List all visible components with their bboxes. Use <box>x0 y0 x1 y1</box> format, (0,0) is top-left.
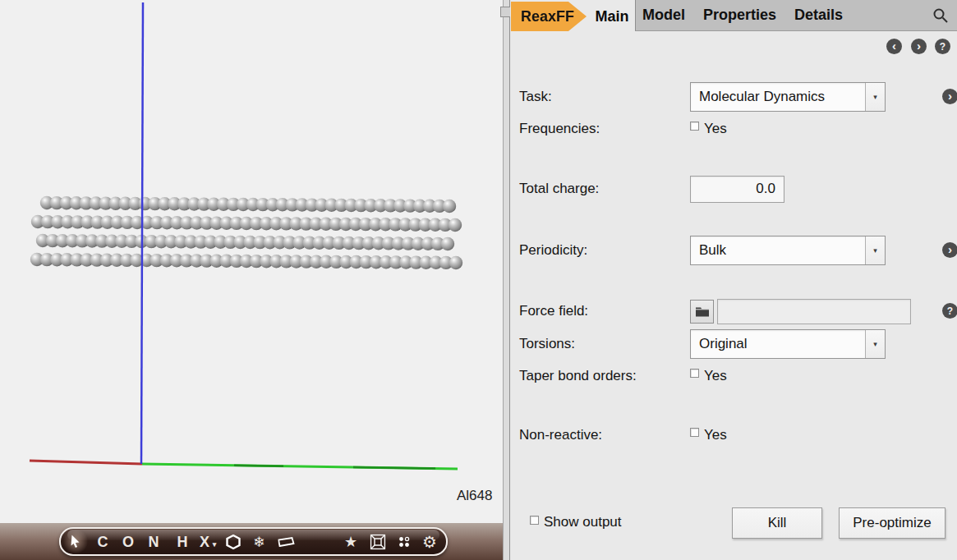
frequencies-label: Frequencies: <box>519 121 600 137</box>
element-button-o[interactable]: O <box>122 535 134 549</box>
periodicity-label: Periodicity: <box>519 242 587 259</box>
torsions-label: Torsions: <box>519 336 575 352</box>
element-button-c[interactable]: C <box>98 535 108 549</box>
tab-properties[interactable]: Properties <box>703 7 776 24</box>
periodicity-value: Bulk <box>691 242 865 259</box>
ring-hexagon-icon[interactable] <box>226 534 241 549</box>
non-reactive-option: Yes <box>704 427 727 443</box>
folder-icon <box>695 305 710 317</box>
element-button-n[interactable]: N <box>149 535 159 549</box>
torsions-value: Original <box>691 336 865 352</box>
frequencies-checkbox[interactable] <box>690 122 699 131</box>
atoms-dots-icon[interactable] <box>398 535 412 549</box>
show-output-label: Show output <box>544 514 622 530</box>
plane-icon[interactable] <box>278 535 296 548</box>
help-button[interactable]: ? <box>935 39 950 54</box>
chevron-down-icon: ▾ <box>865 236 885 264</box>
taper-checkbox[interactable] <box>690 369 699 378</box>
axis-z <box>141 2 143 464</box>
element-button-h[interactable]: H <box>177 535 188 549</box>
tab-main[interactable]: Main <box>589 2 635 31</box>
task-detail-button[interactable]: › <box>942 89 957 104</box>
viewer-toolbar: C O N H X ▾ ❄ ★ <box>59 527 448 556</box>
tab-details[interactable]: Details <box>794 7 843 24</box>
settings-gear-icon[interactable]: ⚙ <box>422 534 437 550</box>
element-dropdown-icon[interactable]: ▾ <box>213 540 217 548</box>
task-value: Molecular Dynamics <box>691 89 865 105</box>
reaxff-input-panel: Model Properties Details ReaxFF Main ‹ ›… <box>510 0 957 560</box>
total-charge-label: Total charge: <box>519 181 599 197</box>
show-output-toggle[interactable]: Show output <box>530 514 622 530</box>
frequencies-option: Yes <box>704 121 727 137</box>
task-dropdown[interactable]: Molecular Dynamics ▾ <box>690 82 886 112</box>
non-reactive-label: Non-reactive: <box>519 427 602 443</box>
periodicity-dropdown[interactable]: Bulk ▾ <box>690 236 886 265</box>
total-charge-input[interactable]: 0.0 <box>690 176 784 203</box>
show-output-checkbox[interactable] <box>530 516 539 525</box>
favorites-star-icon[interactable]: ★ <box>344 535 357 549</box>
browse-folder-button[interactable] <box>690 300 714 324</box>
taper-bond-orders-label: Taper bond orders: <box>519 368 637 384</box>
tab-strip: Model Properties Details <box>635 0 957 31</box>
perspective-box-icon[interactable] <box>370 534 386 549</box>
search-icon[interactable] <box>932 7 949 24</box>
pre-optimize-button[interactable]: Pre-optimize <box>839 507 945 539</box>
force-field-help-button[interactable]: ? <box>942 303 957 319</box>
element-button-x[interactable]: X <box>200 535 209 549</box>
chevron-down-icon: ▾ <box>865 330 885 358</box>
tab-reaxff[interactable]: ReaxFF <box>511 2 587 31</box>
non-reactive-checkbox[interactable] <box>690 428 699 437</box>
torsions-dropdown[interactable]: Original ▾ <box>690 329 886 359</box>
task-label: Task: <box>519 89 552 105</box>
nav-previous-button[interactable]: ‹ <box>886 39 902 54</box>
force-field-input[interactable] <box>717 299 911 324</box>
viewer-toolbar-strip: C O N H X ▾ ❄ ★ <box>0 523 503 560</box>
nav-next-button[interactable]: › <box>911 39 927 54</box>
freeze-snowflake-icon[interactable]: ❄ <box>253 535 265 549</box>
molecule-viewer[interactable]: Al648 C O N H X ▾ ❄ ★ <box>0 0 503 560</box>
select-cursor-icon[interactable] <box>70 535 82 549</box>
tab-model[interactable]: Model <box>642 7 685 24</box>
structure-formula-label: Al648 <box>457 488 492 504</box>
chevron-down-icon: ▾ <box>865 83 885 111</box>
kill-button[interactable]: Kill <box>732 507 822 539</box>
periodicity-detail-button[interactable]: › <box>942 242 957 258</box>
molecule-scene <box>0 0 503 524</box>
tab-bar: Model Properties Details ReaxFF Main <box>510 0 957 31</box>
axis-x <box>30 461 142 464</box>
total-charge-value: 0.0 <box>756 181 775 197</box>
taper-option: Yes <box>704 368 727 384</box>
atom-slab <box>30 196 462 269</box>
force-field-label: Force field: <box>519 303 588 319</box>
panel-splitter[interactable] <box>503 0 510 560</box>
